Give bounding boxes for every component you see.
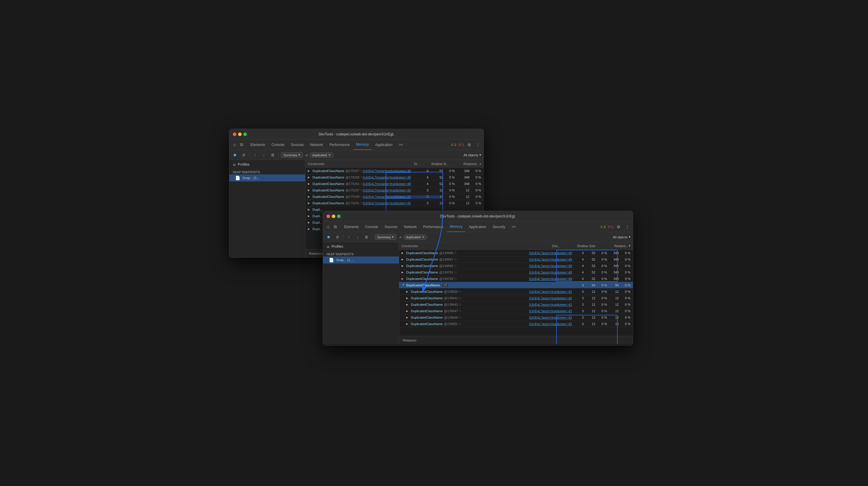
tab-elements-1[interactable]: Elements — [247, 140, 268, 150]
tab-memory-1[interactable]: Memory — [353, 140, 372, 150]
more-icon-1[interactable]: ⋮ — [475, 142, 481, 148]
file-link[interactable]: XJrrEgL?anon=true&view=:48 — [529, 251, 572, 255]
more-icon-2[interactable]: ⋮ — [624, 224, 630, 230]
tab-network-2[interactable]: Network — [401, 222, 420, 232]
tab-sources-1[interactable]: Sources — [288, 140, 307, 150]
expand-arrow[interactable]: ▶ — [402, 264, 405, 267]
file-link[interactable]: XJrrEgL?nocache=true&view=:48 — [363, 182, 411, 185]
expand-arrow[interactable]: ▶ — [406, 290, 410, 293]
tab-security-2[interactable]: Security — [490, 222, 508, 232]
table-row[interactable]: ▶ DuplicatedClassName @139643 □ XJrrEgL?… — [399, 301, 633, 308]
table-row[interactable]: ▶ DuplicatedClassName @139699 □ XJrrEgL?… — [399, 263, 633, 269]
file-link[interactable]: XJrrEgL?anon=true&view=:42 — [529, 303, 572, 306]
record-button-2[interactable]: ⏺ — [326, 234, 332, 240]
file-link[interactable]: XJrrEgL?anon=true&view=:48 — [529, 258, 572, 261]
file-link[interactable]: XJrrEgL?nocache=true&view=:48 — [363, 176, 411, 179]
file-link[interactable]: XJrrEgL?nocache=true&view=:42 — [363, 189, 411, 192]
expand-arrow[interactable]: ▶ — [406, 310, 410, 312]
expand-arrow[interactable]: ▶ — [402, 277, 405, 280]
tab-console-1[interactable]: Console — [269, 140, 287, 150]
tab-console-2[interactable]: Console — [362, 222, 381, 232]
expand-arrow[interactable]: ▶ — [402, 252, 405, 254]
file-link[interactable]: XJrrEgL?anon=true&view=:48 — [529, 264, 572, 268]
cursor-icon-2[interactable]: ⊹ — [326, 224, 331, 230]
download-button-2[interactable]: ↓ — [354, 234, 361, 240]
expand-arrow[interactable]: ▶ — [308, 189, 311, 192]
expand-arrow[interactable]: ▶ — [402, 258, 405, 261]
tab-application-1[interactable]: Application — [372, 140, 395, 150]
maximize-button-2[interactable] — [337, 215, 341, 218]
table-row[interactable]: ▶ DuplicatedClassName @139651 □ XJrrEgL?… — [399, 321, 633, 327]
table-row[interactable]: ▶ DuplicatedClassName @175257 □ XJrrEgL?… — [305, 168, 484, 174]
grid-button-1[interactable]: ⊞ — [270, 152, 276, 158]
file-link[interactable]: XJrrEgL?anon=true&view=:42 — [529, 316, 572, 319]
filter-value-2[interactable]: duplicated ✕ — [403, 234, 427, 240]
expand-arrow[interactable]: ▶ — [402, 271, 405, 274]
file-link[interactable]: XJrrEgL?nocache=true&view=:42 — [363, 201, 411, 205]
layers-icon[interactable]: ⧉ — [239, 142, 245, 148]
stop-button-2[interactable]: ⊘ — [334, 234, 341, 240]
maximize-button-1[interactable] — [243, 133, 247, 136]
expand-arrow[interactable]: ▶ — [308, 176, 311, 179]
close-button-2[interactable] — [327, 215, 330, 218]
table-row[interactable]: ▶ DuplicatedClassName @139639 □ XJrrEgL?… — [399, 288, 633, 295]
download-button-1[interactable]: ↓ — [260, 152, 267, 158]
tab-network-1[interactable]: Network — [307, 140, 326, 150]
expand-arrow[interactable]: ▶ — [308, 215, 311, 218]
settings-icon-1[interactable]: ⚙ — [466, 142, 472, 148]
tab-performance-1[interactable]: Performance — [327, 140, 352, 150]
expand-arrow[interactable]: ▶ — [308, 208, 311, 211]
tab-performance-2[interactable]: Performance — [420, 222, 446, 232]
minimize-button-2[interactable] — [332, 215, 335, 218]
file-link[interactable]: XJrrEgL?anon=true&view=:42 — [529, 290, 572, 293]
table-row[interactable]: ▶ DuplicatedClassName @175201 □ XJrrEgL?… — [305, 200, 484, 206]
close-button-1[interactable] — [233, 133, 236, 136]
summary-dropdown-1[interactable]: Summary ▾ — [281, 152, 303, 158]
record-button-1[interactable]: ⏺ — [231, 152, 238, 158]
expand-arrow[interactable]: ▶ — [308, 169, 311, 172]
col-retained-header-2[interactable]: Retaine... ▾ — [595, 244, 630, 248]
objects-dropdown-2[interactable]: All objects ▾ — [613, 235, 630, 239]
expand-arrow[interactable]: ▶ — [406, 297, 410, 299]
upload-button-1[interactable]: ↑ — [252, 152, 258, 158]
summary-dropdown-2[interactable]: Summary ▾ — [375, 234, 397, 240]
snapshot-item-1[interactable]: 📄 Snap... (3.... — [229, 174, 305, 181]
table-row[interactable]: ▶ DuplicatedClassName @139647 □ XJrrEgL?… — [399, 308, 633, 314]
cursor-icon[interactable]: ⊹ — [231, 142, 238, 148]
filter-close-1[interactable]: ✕ — [328, 153, 331, 157]
table-row[interactable]: ▶ DuplicatedClassName @175199 □ XJrrEgL?… — [305, 194, 484, 200]
tab-sources-2[interactable]: Sources — [381, 222, 400, 232]
file-link[interactable]: XJrrEgL?anon=true&view=:48 — [529, 270, 572, 274]
expand-arrow[interactable]: ▶ — [406, 303, 410, 306]
expand-arrow[interactable]: ▶ — [406, 316, 410, 319]
col-retained-header-1[interactable]: Retained... ▾ — [449, 162, 481, 166]
upload-button-2[interactable]: ↑ — [346, 234, 352, 240]
table-row[interactable]: ▶ DuplicatedClassName @139641 □ XJrrEgL?… — [399, 295, 633, 301]
grid-button-2[interactable]: ⊞ — [363, 234, 370, 240]
table-row[interactable]: ▶ DuplicatedClassName @139703 □ XJrrEgL?… — [399, 276, 633, 282]
file-link[interactable]: XJrrEgL?nocache=true&view=:48 — [363, 169, 411, 173]
tab-memory-2[interactable]: Memory — [447, 222, 465, 232]
tab-more-2[interactable]: >> — [509, 222, 519, 232]
file-link[interactable]: XJrrEgL?anon=true&view=:42 — [529, 296, 572, 300]
tab-application-2[interactable]: Application — [466, 222, 489, 232]
table-row[interactable]: ▶ DuplicatedClassName @175259 □ XJrrEgL?… — [305, 174, 484, 180]
file-link[interactable]: XJrrEgL?anon=true&view=:42 — [529, 309, 572, 313]
file-link[interactable]: XJrrEgL?anon=true&view=:48 — [529, 277, 572, 281]
minimize-button-1[interactable] — [238, 133, 242, 136]
filter-value-1[interactable]: duplicated ✕ — [310, 152, 334, 158]
expand-arrow[interactable]: ▶ — [308, 202, 311, 205]
expand-arrow[interactable]: ▶ — [308, 221, 311, 224]
table-row[interactable]: ▶ DuplicatedClassName @139649 □ XJrrEgL?… — [399, 314, 633, 321]
table-row[interactable]: ▶ DuplicatedClassName @139695 □ XJrrEgL?… — [399, 250, 633, 256]
table-row[interactable]: ▶ DuplicatedClassName @139697 □ XJrrEgL?… — [399, 256, 633, 263]
layers-icon-2[interactable]: ⧉ — [332, 224, 338, 230]
table-row[interactable]: ▶ DuplicatedClassName @175261 □ XJrrEgL?… — [305, 180, 484, 187]
expand-arrow[interactable]: ▶ — [308, 195, 311, 198]
expand-arrow[interactable]: ▶ — [406, 322, 410, 325]
table-row[interactable]: ▶ DuplicatedClassName @175197 □ XJrrEgL?… — [305, 187, 484, 194]
objects-dropdown-1[interactable]: All objects ▾ — [464, 153, 481, 157]
expand-arrow[interactable]: ▼ — [402, 283, 405, 287]
table-row-group[interactable]: ▼ DuplicatedClassName ×7 3 84 0 % 84 0 % — [399, 282, 633, 288]
expand-arrow[interactable]: ▶ — [308, 227, 311, 230]
